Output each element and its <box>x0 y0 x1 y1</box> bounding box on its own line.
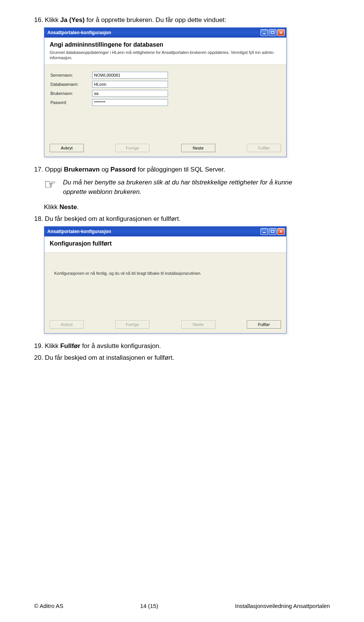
click-neste-text: Klikk Neste. <box>44 202 330 212</box>
step-19-num: 19. <box>34 342 43 350</box>
dialog-heading-band: Konfigurasjon fullført <box>44 236 286 253</box>
footer-center: 14 (15) <box>140 603 158 609</box>
pointing-hand-icon: ☞ <box>44 178 56 197</box>
dialog-body: Konfigurasjonen er nå ferdig, og du vil … <box>44 253 286 317</box>
step-20: 20. Du får beskjed om at installasjonen … <box>34 353 330 363</box>
label-user: Brukernavn: <box>50 91 92 96</box>
footer-right: Installasjonsveiledning Ansattportalen <box>235 603 330 609</box>
forrige-button: Forrige <box>115 144 149 152</box>
note-text: Du må her benytte sa brukeren slik at du… <box>63 178 306 197</box>
neste-button: Neste <box>181 320 215 329</box>
dialog-subtext: Grunnet databaseoppdateringer i HLønn må… <box>50 50 281 61</box>
dialog-title: Ansattportalen-konfigurasjon <box>47 30 111 35</box>
input-db[interactable] <box>92 81 168 88</box>
dialog-body: Servernavn: Databasenavn: Brukernavn: Pa… <box>44 65 286 141</box>
dialog-button-row: Avbryt Forrige Neste Fullfør <box>44 141 286 157</box>
dialog-heading: Angi admininnstillingene for databasen <box>50 41 281 48</box>
step-18: 18. Du får beskjed om at konfigurasjonen… <box>34 214 330 224</box>
step-17-num: 17. <box>34 166 43 173</box>
svg-rect-5 <box>271 230 274 233</box>
fullfor-button[interactable]: Fullfør <box>247 320 281 329</box>
page-footer: © Aditro AS 14 (15) Installasjonsveiledn… <box>34 603 330 609</box>
input-server[interactable] <box>92 72 168 79</box>
minimize-icon[interactable] <box>260 228 268 235</box>
config-dialog-2: Ansattportalen-konfigurasjon Konfigurasj… <box>44 226 287 334</box>
config-dialog-1: Ansattportalen-konfigurasjon Angi admini… <box>44 27 287 157</box>
fullfor-button: Fullfør <box>247 144 281 152</box>
step-16-num: 16. <box>34 16 43 24</box>
note-block: ☞ Du må her benytte sa brukeren slik at … <box>44 178 330 197</box>
window-controls <box>260 29 285 36</box>
dialog-button-row: Avbryt Forrige Neste Fullfør <box>44 317 286 333</box>
svg-rect-0 <box>263 33 266 34</box>
label-db: Databasenavn: <box>50 82 92 87</box>
step-17: 17. Oppgi Brukernavn og Passord for pålo… <box>34 165 330 175</box>
neste-button[interactable]: Neste <box>181 144 215 152</box>
label-pass: Passord: <box>50 100 92 105</box>
dialog-body-text: Konfigurasjonen er nå ferdig, og du vil … <box>50 260 280 306</box>
dialog-title: Ansattportalen-konfigurasjon <box>47 229 111 234</box>
avbryt-button: Avbryt <box>50 320 84 329</box>
minimize-icon[interactable] <box>260 29 268 36</box>
step-19: 19. Klikk Fullfør for å avslutte konfigu… <box>34 341 330 351</box>
close-icon[interactable] <box>277 29 285 36</box>
label-server: Servernavn: <box>50 73 92 77</box>
dialog-heading-band: Angi admininnstillingene for databasen G… <box>44 38 286 65</box>
input-user[interactable] <box>92 90 168 97</box>
input-pass[interactable] <box>92 99 168 106</box>
avbryt-button[interactable]: Avbryt <box>50 144 84 152</box>
step-18-num: 18. <box>34 215 43 222</box>
step-16-bold: Ja (Yes) <box>60 16 85 24</box>
svg-rect-4 <box>263 232 266 233</box>
maximize-icon[interactable] <box>269 29 276 36</box>
step-16: 16. Klikk Ja (Yes) for å opprette bruker… <box>34 15 330 25</box>
titlebar: Ansattportalen-konfigurasjon <box>44 227 286 236</box>
dialog-heading: Konfigurasjon fullført <box>50 240 281 247</box>
forrige-button: Forrige <box>115 320 149 329</box>
titlebar: Ansattportalen-konfigurasjon <box>44 28 286 38</box>
footer-left: © Aditro AS <box>34 603 63 609</box>
close-icon[interactable] <box>277 228 285 235</box>
window-controls <box>260 228 285 235</box>
step-20-num: 20. <box>34 354 43 361</box>
svg-rect-1 <box>271 31 274 34</box>
maximize-icon[interactable] <box>269 228 276 235</box>
